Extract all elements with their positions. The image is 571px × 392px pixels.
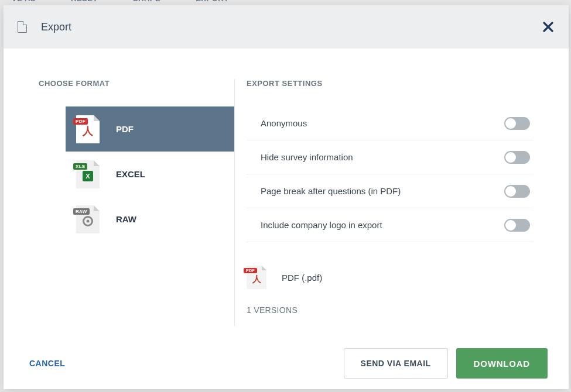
pdf-badge: PDF	[73, 118, 88, 125]
modal-body: CHOOSE FORMAT PDF 人 PDF XLS	[4, 49, 569, 338]
raw-badge: RAW	[73, 208, 90, 215]
selected-file-label: PDF (.pdf)	[282, 273, 322, 283]
xls-badge: XLS	[73, 163, 87, 170]
versions-label: 1 VERSIONS	[247, 305, 534, 315]
modal-title: Export	[41, 21, 71, 33]
send-via-email-button[interactable]: SEND VIA EMAIL	[344, 348, 448, 379]
modal-footer: CANCEL SEND VIA EMAIL DOWNLOAD	[4, 338, 569, 389]
format-option-raw[interactable]: RAW RAW	[66, 197, 234, 242]
format-label: PDF	[116, 124, 134, 134]
close-button[interactable]	[539, 18, 557, 36]
toggle-page-break[interactable]	[504, 185, 530, 198]
pdf-badge: PDF	[244, 268, 257, 273]
modal-header: Export	[4, 5, 569, 49]
selected-file-icon: PDF 人	[247, 266, 266, 289]
format-option-excel[interactable]: XLS X EXCEL	[66, 152, 234, 197]
aperture-icon	[83, 216, 93, 226]
download-button[interactable]: DOWNLOAD	[456, 348, 548, 379]
toggle-anonymous[interactable]	[504, 117, 530, 130]
pdf-file-icon: PDF 人	[76, 115, 100, 143]
document-icon	[18, 21, 27, 33]
selected-file-summary: PDF 人 PDF (.pdf)	[247, 266, 534, 289]
cancel-button[interactable]: CANCEL	[29, 359, 65, 368]
settings-list: Anonymous Hide survey information Page b…	[247, 106, 534, 242]
pdf-glyph-icon: 人	[83, 124, 93, 138]
setting-label: Hide survey information	[261, 152, 353, 162]
toggle-include-logo[interactable]	[504, 219, 530, 232]
raw-file-icon: RAW	[76, 205, 100, 233]
close-icon	[543, 22, 553, 32]
pdf-glyph-icon: 人	[252, 274, 261, 285]
export-settings-heading: EXPORT SETTINGS	[247, 79, 534, 88]
format-option-pdf[interactable]: PDF 人 PDF	[66, 106, 234, 152]
setting-anonymous: Anonymous	[247, 106, 534, 140]
setting-page-break: Page break after questions (in PDF)	[247, 174, 534, 208]
setting-hide-survey-info: Hide survey information	[247, 140, 534, 174]
format-label: RAW	[116, 214, 136, 224]
choose-format-heading: CHOOSE FORMAT	[39, 79, 234, 88]
export-modal: Export CHOOSE FORMAT PDF 人 PDF	[4, 5, 569, 389]
setting-label: Anonymous	[261, 118, 307, 128]
format-list: PDF 人 PDF XLS X EXCEL	[66, 106, 234, 242]
excel-glyph-icon: X	[83, 171, 93, 181]
setting-include-logo: Include company logo in export	[247, 208, 534, 242]
excel-file-icon: XLS X	[76, 160, 100, 188]
toggle-hide-survey-info[interactable]	[504, 151, 530, 164]
export-settings-panel: EXPORT SETTINGS Anonymous Hide survey in…	[247, 79, 534, 326]
format-label: EXCEL	[116, 169, 145, 179]
setting-label: Include company logo in export	[261, 220, 382, 230]
setting-label: Page break after questions (in PDF)	[261, 186, 401, 196]
choose-format-panel: CHOOSE FORMAT PDF 人 PDF XLS	[39, 79, 235, 326]
